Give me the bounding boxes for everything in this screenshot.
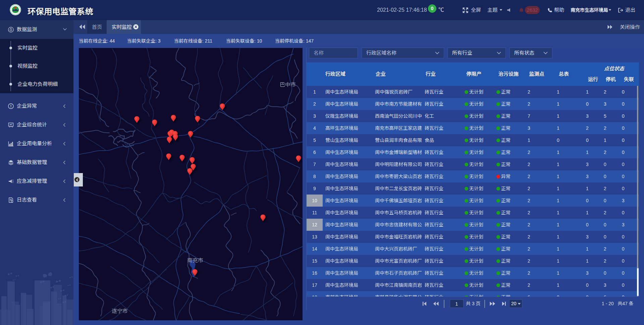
svg-text:遂宁市: 遂宁市 [112,307,128,315]
svg-text:南充市: 南充市 [187,256,203,264]
svg-text:巴中市: 巴中市 [280,80,296,88]
